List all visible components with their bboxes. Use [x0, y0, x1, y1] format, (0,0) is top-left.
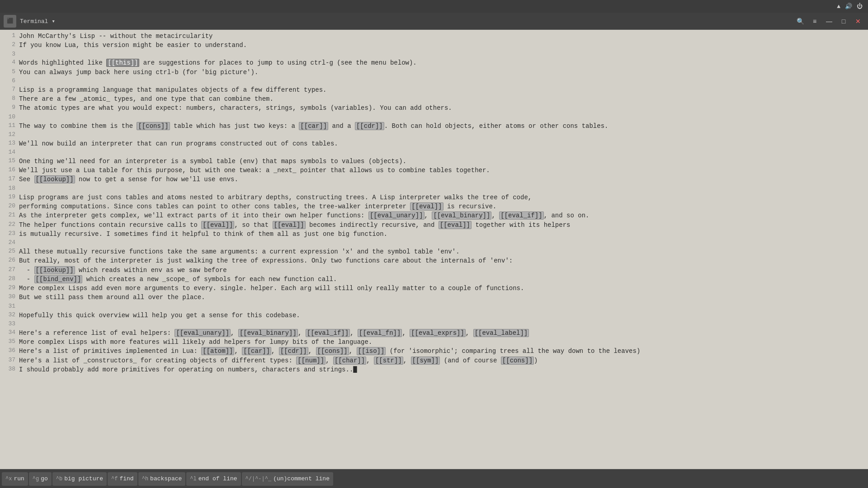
maximize-button[interactable]: □ [837, 15, 850, 28]
line-text: - [[lookup]] which reads within env as w… [19, 266, 227, 275]
wiki-link-eval_if[interactable]: [[eval_if]] [499, 211, 543, 220]
wiki-link-eval_binary[interactable]: [[eval_binary]] [238, 329, 298, 337]
title-bar-right: 🔍 ≡ — □ ✕ [794, 15, 864, 28]
status-key: ^/|^-|^_ [245, 476, 272, 482]
wiki-link-atom[interactable]: [[atom]] [201, 347, 234, 355]
status-label: big picture [64, 475, 103, 482]
status-bar: ^xrun^ggo^bbig picture^ffind^hbackspace^… [0, 469, 868, 488]
line-text: Here's a list of _constructors_ for crea… [19, 356, 538, 365]
terminal-line: 31 [3, 302, 868, 311]
line-number: 37 [3, 356, 15, 365]
line-text: The way to combine them is the [[cons]] … [19, 122, 608, 131]
wiki-link-eval_if[interactable]: [[eval_if]] [306, 329, 350, 337]
status-item-big-picture[interactable]: ^bbig picture [52, 472, 107, 486]
wiki-link-eval_unary[interactable]: [[eval_unary]] [368, 211, 425, 220]
status-item-find[interactable]: ^ffind [108, 472, 137, 486]
terminal-line: 6 [3, 77, 868, 85]
wiki-link-this[interactable]: [[this]] [106, 59, 139, 67]
wiki-link-char[interactable]: [[char]] [333, 357, 366, 365]
line-number: 5 [3, 68, 15, 77]
status-item-backspace[interactable]: ^hbackspace [138, 472, 186, 486]
line-text: The atomic types are what you would expe… [19, 103, 452, 113]
status-label: run [14, 475, 24, 482]
terminal-menu-dropdown[interactable]: Terminal ▾ [18, 18, 57, 25]
terminal-line: 1John McCarthy's Lisp -- without the met… [3, 32, 868, 41]
line-number: 36 [3, 347, 15, 356]
wiki-link-cons[interactable]: [[cons]] [501, 357, 534, 365]
terminal-line: 18 [3, 184, 868, 193]
wiki-link-eval[interactable]: [[eval]] [439, 221, 472, 229]
terminal-line: 22The helper functions contain recursive… [3, 221, 868, 230]
line-number: 21 [3, 211, 15, 220]
wiki-link-eval[interactable]: [[eval]] [410, 202, 443, 211]
wiki-link-cons[interactable]: [[cons]] [316, 347, 349, 355]
minimize-button[interactable]: — [823, 15, 835, 28]
line-number: 17 [3, 175, 15, 184]
title-bar-left: ⬛ Terminal ▾ [4, 15, 57, 28]
terminal-line: 7Lisp is a programming language that man… [3, 85, 868, 94]
wiki-link-eval[interactable]: [[eval]] [273, 221, 306, 229]
line-text: More complex Lisps add even more argumen… [19, 284, 524, 293]
wiki-link-eval_exprs[interactable]: [[eval_exprs]] [410, 329, 466, 337]
wiki-link-car[interactable]: [[car]] [242, 347, 271, 355]
line-text: But really, most of the interpreter is j… [19, 256, 513, 265]
wiki-link-car[interactable]: [[car]] [299, 122, 328, 130]
status-item-go[interactable]: ^ggo [29, 472, 52, 486]
wiki-link-eval[interactable]: [[eval]] [201, 221, 234, 229]
line-text: There are a few _atomic_ types, and one … [19, 94, 274, 103]
wiki-link-eval_fn[interactable]: [[eval_fn]] [358, 329, 402, 337]
terminal-line: 26But really, most of the interpreter is… [3, 256, 868, 265]
terminal-line: 11The way to combine them is the [[cons]… [3, 122, 868, 131]
status-item-(un)comment-line[interactable]: ^/|^-|^_(un)comment line [242, 472, 333, 486]
line-text: Lisp is a programming language that mani… [19, 85, 327, 94]
terminal-line: 27 - [[lookup]] which reads within env a… [3, 266, 868, 275]
menu-button[interactable]: ≡ [808, 15, 821, 28]
line-number: 35 [3, 338, 15, 347]
wiki-link-str[interactable]: [[str]] [374, 357, 403, 365]
wiki-link-lookup[interactable]: [[lookup]] [34, 175, 75, 183]
line-text: John McCarthy's Lisp -- without the meta… [19, 32, 212, 41]
wiki-link-bind_env[interactable]: [[bind_env]] [34, 275, 83, 283]
line-number: 4 [3, 58, 15, 67]
terminal-line: 32Hopefully this quick overview will hel… [3, 311, 868, 320]
line-text: See [[lookup]] now to get a sense for ho… [19, 175, 238, 184]
line-text: One thing we'll need for an interpreter … [19, 157, 406, 166]
terminal-line: 15One thing we'll need for an interprete… [3, 157, 868, 166]
wiki-link-eval_unary[interactable]: [[eval_unary]] [175, 329, 231, 337]
status-item-run[interactable]: ^xrun [2, 472, 28, 486]
line-number: 25 [3, 247, 15, 256]
line-number: 34 [3, 328, 15, 338]
terminal-line: 24 [3, 239, 868, 247]
terminal-line: 37Here's a list of _constructors_ for cr… [3, 356, 868, 365]
close-button[interactable]: ✕ [852, 15, 864, 28]
terminal-line: 3 [3, 50, 868, 59]
status-label: (un)comment line [273, 475, 330, 482]
search-button[interactable]: 🔍 [794, 15, 807, 28]
line-number: 8 [3, 94, 15, 103]
status-key: ^f [111, 476, 118, 482]
status-label: end of line [198, 475, 237, 482]
status-key: ^l [190, 476, 196, 482]
wiki-link-num[interactable]: [[num]] [296, 357, 326, 365]
line-text: We'll just use a Lua table for this purp… [19, 166, 490, 175]
wiki-link-cdr[interactable]: [[cdr]] [355, 122, 384, 130]
wiki-link-sym[interactable]: [[sym]] [411, 357, 440, 365]
wiki-link-iso[interactable]: [[iso]] [357, 347, 386, 355]
line-number: 13 [3, 139, 15, 148]
wiki-link-eval_label[interactable]: [[eval_label]] [473, 329, 529, 337]
wiki-link-cons[interactable]: [[cons]] [137, 122, 170, 130]
wiki-link-eval_binary[interactable]: [[eval_binary]] [432, 211, 491, 220]
terminal-line: 21As the interpreter gets complex, we'll… [3, 211, 868, 220]
status-item-end-of-line[interactable]: ^lend of line [186, 472, 241, 486]
line-text: - [[bind_env]] which creates a new _scop… [19, 275, 337, 284]
line-number: 15 [3, 157, 15, 166]
terminal-line: 34Here's a reference list of eval helper… [3, 328, 868, 338]
line-text: Lisp programs are just cons tables and a… [19, 193, 532, 202]
line-number: 29 [3, 284, 15, 293]
line-number: 27 [3, 266, 15, 275]
line-number: 16 [3, 166, 15, 175]
wiki-link-lookup[interactable]: [[lookup]] [34, 266, 75, 274]
line-number: 26 [3, 256, 15, 265]
wiki-link-cdr[interactable]: [[cdr]] [279, 347, 308, 355]
line-number: 12 [3, 131, 15, 139]
